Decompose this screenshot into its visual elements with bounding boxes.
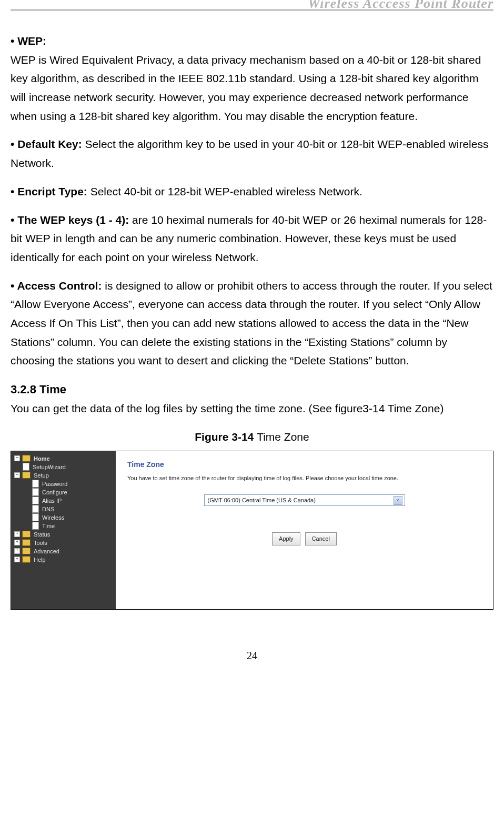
nav-advanced[interactable]: +Advanced xyxy=(12,547,115,555)
time-body: You can get the data of the log files by… xyxy=(11,399,493,418)
nav-home-label: Home xyxy=(34,454,50,463)
nav-item-password[interactable]: Password xyxy=(12,480,115,488)
body-content: • WEP: WEP is Wired Equivalent Privacy, … xyxy=(11,32,493,664)
encript-body: Select 40-bit or 128-bit WEP-enabled wir… xyxy=(90,185,362,197)
folder-icon xyxy=(22,455,31,462)
page-icon xyxy=(32,513,39,521)
access-body: is designed to allow or prohibit others … xyxy=(11,280,492,367)
defaultkey-para: • Default Key: Select the algorithm key … xyxy=(11,135,493,172)
timezone-title: Time Zone xyxy=(127,459,481,471)
plus-icon[interactable]: + xyxy=(14,540,20,545)
nav-item-wireless[interactable]: Wireless xyxy=(12,513,115,522)
page-icon xyxy=(23,463,29,471)
minus-icon[interactable]: − xyxy=(14,472,20,478)
page-icon xyxy=(32,522,39,530)
nav-status[interactable]: +Status xyxy=(12,530,115,539)
figure-caption-bold: Figure 3-14 xyxy=(195,431,257,443)
timezone-selected-value: (GMT-06:00) Central Time (US & Canada) xyxy=(208,495,316,505)
nav-setup2-label: Setup xyxy=(34,471,49,480)
nav-home[interactable]: − Home xyxy=(12,454,115,463)
wep-para: • WEP: WEP is Wired Equivalent Privacy, … xyxy=(11,32,493,125)
chevron-down-icon[interactable]: v xyxy=(394,496,402,505)
plus-icon[interactable]: + xyxy=(14,531,20,537)
nav-help[interactable]: +Help xyxy=(12,555,115,564)
header-rule: Wireless Acccess Point Router xyxy=(11,9,493,11)
nav-panel: − Home Setup Wizard − Setup Password Con… xyxy=(11,451,116,609)
plus-icon[interactable]: + xyxy=(14,557,20,562)
plus-icon[interactable]: + xyxy=(14,548,20,554)
encript-label: • Encript Type: xyxy=(11,185,90,197)
page-number: 24 xyxy=(11,647,493,664)
timezone-select[interactable]: (GMT-06:00) Central Time (US & Canada) v xyxy=(204,494,405,506)
page-icon xyxy=(32,497,39,504)
wep-label: • WEP: xyxy=(11,35,46,47)
nav-setup[interactable]: − Setup xyxy=(12,471,115,480)
apply-button[interactable]: Apply xyxy=(272,532,300,545)
folder-icon xyxy=(22,556,31,563)
encript-para: • Encript Type: Select 40-bit or 128-bit… xyxy=(11,182,493,201)
page-icon xyxy=(32,488,39,496)
defaultkey-label: • Default Key: xyxy=(11,138,85,150)
nav-item-time[interactable]: Time xyxy=(12,522,115,530)
nav-setup-wizard[interactable]: Setup Wizard xyxy=(12,463,115,471)
access-label: • Access Control: xyxy=(11,280,105,292)
wepkeys-label: • The WEP keys (1 - 4): xyxy=(11,214,132,226)
access-para: • Access Control: is designed to allow o… xyxy=(11,276,493,370)
figure-caption-rest: Time Zone xyxy=(257,431,309,443)
figure-caption: Figure 3-14 Time Zone xyxy=(11,428,493,446)
content-panel: Time Zone You have to set time zone of t… xyxy=(116,451,493,609)
wep-body: WEP is Wired Equivalent Privacy, a data … xyxy=(11,54,481,122)
time-heading: 3.2.8 Time xyxy=(11,380,493,399)
nav-tools[interactable]: +Tools xyxy=(12,539,115,547)
minus-icon[interactable]: − xyxy=(14,455,20,461)
folder-icon xyxy=(22,539,31,546)
folder-icon xyxy=(22,472,31,479)
folder-icon xyxy=(22,548,31,554)
figure-screenshot: − Home Setup Wizard − Setup Password Con… xyxy=(11,451,493,610)
page-icon xyxy=(32,505,39,513)
page-icon xyxy=(32,480,39,488)
nav-item-dns[interactable]: DNS xyxy=(12,505,115,513)
nav-item-configure[interactable]: Configure xyxy=(12,488,115,497)
nav-item-aliasip[interactable]: Alias IP xyxy=(12,497,115,505)
cancel-button[interactable]: Cancel xyxy=(305,532,337,545)
header-title: Wireless Acccess Point Router xyxy=(308,0,493,12)
wepkeys-para: • The WEP keys (1 - 4): are 10 heximal n… xyxy=(11,211,493,267)
folder-icon xyxy=(22,531,31,538)
nav-setup-label: Setup xyxy=(33,463,48,471)
timezone-desc: You have to set time zone of the router … xyxy=(127,473,481,483)
